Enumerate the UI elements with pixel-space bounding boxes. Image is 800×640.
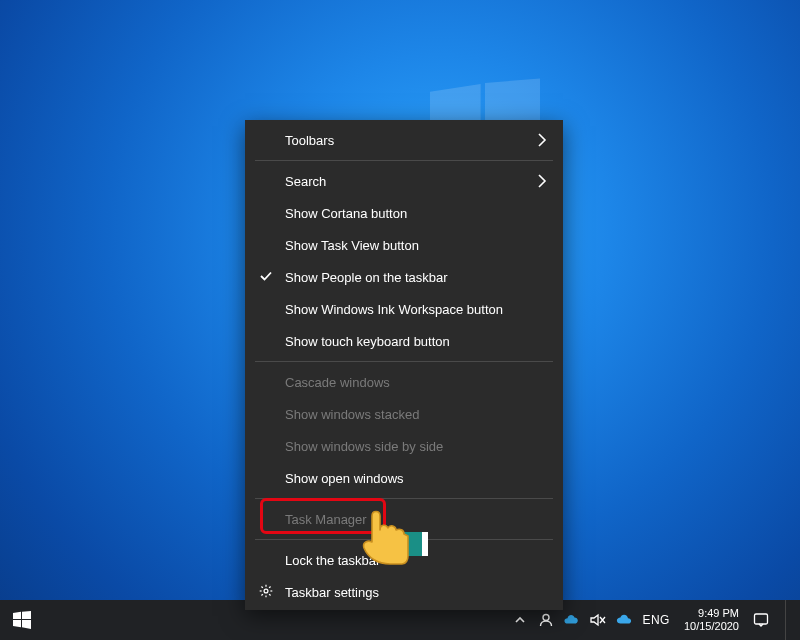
menu-separator — [255, 361, 553, 362]
menu-item-label: Taskbar settings — [285, 585, 379, 600]
gear-icon — [259, 584, 273, 598]
svg-rect-20 — [755, 614, 768, 624]
menu-item-label: Search — [285, 174, 326, 189]
action-center-icon[interactable] — [753, 612, 769, 628]
svg-marker-1 — [485, 79, 540, 126]
menu-separator — [255, 160, 553, 161]
menu-item-show-people[interactable]: Show People on the taskbar — [245, 261, 563, 293]
svg-line-12 — [269, 586, 270, 587]
menu-item-label: Show touch keyboard button — [285, 334, 450, 349]
menu-item-label: Show People on the taskbar — [285, 270, 448, 285]
menu-item-lock-taskbar[interactable]: Lock the taskbar — [245, 544, 563, 576]
start-button[interactable] — [0, 600, 44, 640]
clock-time: 9:49 PM — [684, 607, 739, 620]
chevron-right-icon — [537, 174, 547, 188]
menu-item-label: Cascade windows — [285, 375, 390, 390]
menu-item-show-windows-side-by-side: Show windows side by side — [245, 430, 563, 462]
svg-marker-18 — [22, 620, 31, 629]
clock[interactable]: 9:49 PM 10/15/2020 — [680, 607, 739, 633]
menu-item-search[interactable]: Search — [245, 165, 563, 197]
network-cloud-icon[interactable] — [616, 612, 632, 628]
desktop: Toolbars Search Show Cortana button Show… — [0, 0, 800, 640]
menu-item-label: Toolbars — [285, 133, 334, 148]
menu-item-show-touch-keyboard[interactable]: Show touch keyboard button — [245, 325, 563, 357]
menu-item-label: Task Manager — [285, 512, 367, 527]
clock-date: 10/15/2020 — [684, 620, 739, 633]
svg-line-10 — [269, 594, 270, 595]
svg-marker-15 — [13, 612, 21, 619]
svg-line-9 — [261, 586, 262, 587]
menu-item-taskbar-settings[interactable]: Taskbar settings — [245, 576, 563, 608]
tray-chevron-up-icon[interactable] — [512, 612, 528, 628]
menu-item-show-open-windows[interactable]: Show open windows — [245, 462, 563, 494]
people-icon[interactable] — [538, 612, 554, 628]
onedrive-icon[interactable] — [564, 612, 580, 628]
menu-item-show-windows-stacked: Show windows stacked — [245, 398, 563, 430]
menu-item-task-manager: Task Manager — [245, 503, 563, 535]
menu-item-label: Show Windows Ink Workspace button — [285, 302, 503, 317]
menu-item-label: Show Cortana button — [285, 206, 407, 221]
menu-item-show-ink-workspace[interactable]: Show Windows Ink Workspace button — [245, 293, 563, 325]
taskbar-context-menu: Toolbars Search Show Cortana button Show… — [245, 120, 563, 610]
menu-item-label: Show open windows — [285, 471, 404, 486]
menu-item-label: Show windows stacked — [285, 407, 419, 422]
volume-muted-icon[interactable] — [590, 612, 606, 628]
menu-separator — [255, 498, 553, 499]
menu-item-cascade-windows: Cascade windows — [245, 366, 563, 398]
show-desktop-button[interactable] — [785, 600, 792, 640]
menu-item-label: Lock the taskbar — [285, 553, 380, 568]
menu-item-show-task-view[interactable]: Show Task View button — [245, 229, 563, 261]
menu-item-label: Show windows side by side — [285, 439, 443, 454]
svg-marker-16 — [22, 611, 31, 619]
language-indicator[interactable]: ENG — [642, 613, 670, 627]
svg-marker-17 — [13, 620, 21, 627]
menu-separator — [255, 539, 553, 540]
svg-point-4 — [264, 589, 268, 593]
chevron-right-icon — [537, 133, 547, 147]
menu-item-show-cortana[interactable]: Show Cortana button — [245, 197, 563, 229]
menu-item-label: Show Task View button — [285, 238, 419, 253]
menu-item-toolbars[interactable]: Toolbars — [245, 124, 563, 156]
checkmark-icon — [259, 269, 273, 283]
svg-line-11 — [261, 594, 262, 595]
svg-point-19 — [543, 615, 549, 621]
